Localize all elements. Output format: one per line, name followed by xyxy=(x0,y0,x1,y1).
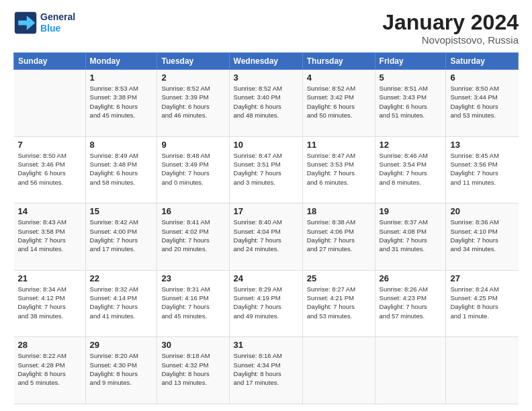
calendar-table: SundayMondayTuesdayWednesdayThursdayFrid… xyxy=(13,52,519,404)
day-number: 21 xyxy=(18,273,81,283)
day-info: Sunrise: 8:45 AM Sunset: 3:56 PM Dayligh… xyxy=(450,151,514,187)
day-info: Sunrise: 8:52 AM Sunset: 3:39 PM Dayligh… xyxy=(161,84,224,120)
day-number: 22 xyxy=(90,273,153,283)
day-number: 11 xyxy=(307,140,371,150)
day-number: 4 xyxy=(307,73,371,83)
week-row-4: 21Sunrise: 8:34 AM Sunset: 4:12 PM Dayli… xyxy=(14,270,519,337)
day-cell: 11Sunrise: 8:47 AM Sunset: 3:53 PM Dayli… xyxy=(302,136,375,203)
logo-icon xyxy=(13,11,38,35)
day-info: Sunrise: 8:51 AM Sunset: 3:43 PM Dayligh… xyxy=(380,84,442,120)
day-cell: 13Sunrise: 8:45 AM Sunset: 3:56 PM Dayli… xyxy=(446,136,519,203)
day-number: 25 xyxy=(307,273,371,283)
day-info: Sunrise: 8:49 AM Sunset: 3:48 PM Dayligh… xyxy=(90,151,153,187)
day-info: Sunrise: 8:48 AM Sunset: 3:49 PM Dayligh… xyxy=(161,151,224,187)
day-cell: 28Sunrise: 8:22 AM Sunset: 4:28 PM Dayli… xyxy=(14,337,86,404)
logo: General Blue xyxy=(13,11,75,35)
day-info: Sunrise: 8:41 AM Sunset: 4:02 PM Dayligh… xyxy=(161,218,224,253)
day-info: Sunrise: 8:46 AM Sunset: 3:54 PM Dayligh… xyxy=(380,151,442,187)
day-info: Sunrise: 8:47 AM Sunset: 3:53 PM Dayligh… xyxy=(307,151,371,187)
day-info: Sunrise: 8:20 AM Sunset: 4:30 PM Dayligh… xyxy=(90,351,153,387)
week-row-3: 14Sunrise: 8:43 AM Sunset: 3:58 PM Dayli… xyxy=(14,203,519,271)
day-number: 12 xyxy=(380,140,442,150)
day-info: Sunrise: 8:32 AM Sunset: 4:14 PM Dayligh… xyxy=(90,285,153,320)
day-info: Sunrise: 8:50 AM Sunset: 3:44 PM Dayligh… xyxy=(450,84,514,120)
day-cell: 19Sunrise: 8:37 AM Sunset: 4:08 PM Dayli… xyxy=(375,203,446,271)
day-cell: 22Sunrise: 8:32 AM Sunset: 4:14 PM Dayli… xyxy=(85,270,157,337)
day-cell: 27Sunrise: 8:24 AM Sunset: 4:25 PM Dayli… xyxy=(446,270,519,337)
col-header-thursday: Thursday xyxy=(302,53,375,70)
day-info: Sunrise: 8:36 AM Sunset: 4:10 PM Dayligh… xyxy=(450,218,514,253)
day-info: Sunrise: 8:40 AM Sunset: 4:04 PM Dayligh… xyxy=(234,218,298,253)
logo-text: General Blue xyxy=(40,11,75,34)
day-cell: 20Sunrise: 8:36 AM Sunset: 4:10 PM Dayli… xyxy=(446,203,519,271)
day-info: Sunrise: 8:26 AM Sunset: 4:23 PM Dayligh… xyxy=(380,285,442,320)
day-info: Sunrise: 8:16 AM Sunset: 4:34 PM Dayligh… xyxy=(234,351,298,387)
day-cell xyxy=(375,337,446,404)
day-info: Sunrise: 8:50 AM Sunset: 3:46 PM Dayligh… xyxy=(18,151,81,187)
day-number: 28 xyxy=(18,340,81,350)
day-info: Sunrise: 8:24 AM Sunset: 4:25 PM Dayligh… xyxy=(450,285,514,320)
day-info: Sunrise: 8:34 AM Sunset: 4:12 PM Dayligh… xyxy=(18,285,81,320)
day-number: 7 xyxy=(18,140,81,150)
day-number: 1 xyxy=(90,73,153,83)
day-cell: 7Sunrise: 8:50 AM Sunset: 3:46 PM Daylig… xyxy=(14,136,86,203)
col-header-sunday: Sunday xyxy=(14,53,86,70)
week-row-5: 28Sunrise: 8:22 AM Sunset: 4:28 PM Dayli… xyxy=(14,337,519,404)
col-header-friday: Friday xyxy=(375,53,446,70)
day-info: Sunrise: 8:22 AM Sunset: 4:28 PM Dayligh… xyxy=(18,351,81,387)
day-number: 24 xyxy=(234,273,298,283)
header-row: SundayMondayTuesdayWednesdayThursdayFrid… xyxy=(14,53,519,70)
col-header-wednesday: Wednesday xyxy=(229,53,302,70)
week-row-1: 1Sunrise: 8:53 AM Sunset: 3:38 PM Daylig… xyxy=(14,70,519,137)
day-number: 27 xyxy=(450,273,514,283)
day-number: 9 xyxy=(161,140,224,150)
day-cell: 15Sunrise: 8:42 AM Sunset: 4:00 PM Dayli… xyxy=(85,203,157,271)
day-number: 15 xyxy=(90,206,153,216)
day-cell: 29Sunrise: 8:20 AM Sunset: 4:30 PM Dayli… xyxy=(85,337,157,404)
day-number: 19 xyxy=(380,206,442,216)
day-info: Sunrise: 8:18 AM Sunset: 4:32 PM Dayligh… xyxy=(161,351,224,387)
week-row-2: 7Sunrise: 8:50 AM Sunset: 3:46 PM Daylig… xyxy=(14,136,519,203)
day-number: 29 xyxy=(90,340,153,350)
title-block: January 2024 Novopistsovo, Russia xyxy=(382,11,519,46)
day-info: Sunrise: 8:43 AM Sunset: 3:58 PM Dayligh… xyxy=(18,218,81,253)
col-header-tuesday: Tuesday xyxy=(157,53,229,70)
day-number: 6 xyxy=(450,73,514,83)
day-number: 17 xyxy=(234,206,298,216)
day-number: 23 xyxy=(161,273,224,283)
col-header-monday: Monday xyxy=(85,53,157,70)
day-number: 13 xyxy=(450,140,514,150)
day-info: Sunrise: 8:37 AM Sunset: 4:08 PM Dayligh… xyxy=(380,218,442,253)
day-number: 14 xyxy=(18,206,81,216)
day-cell: 10Sunrise: 8:47 AM Sunset: 3:51 PM Dayli… xyxy=(229,136,302,203)
day-cell: 5Sunrise: 8:51 AM Sunset: 3:43 PM Daylig… xyxy=(375,70,446,137)
day-cell: 30Sunrise: 8:18 AM Sunset: 4:32 PM Dayli… xyxy=(157,337,229,404)
day-cell: 23Sunrise: 8:31 AM Sunset: 4:16 PM Dayli… xyxy=(157,270,229,337)
day-cell xyxy=(14,70,86,137)
day-cell: 9Sunrise: 8:48 AM Sunset: 3:49 PM Daylig… xyxy=(157,136,229,203)
day-info: Sunrise: 8:38 AM Sunset: 4:06 PM Dayligh… xyxy=(307,218,371,253)
day-cell: 17Sunrise: 8:40 AM Sunset: 4:04 PM Dayli… xyxy=(229,203,302,271)
day-cell: 31Sunrise: 8:16 AM Sunset: 4:34 PM Dayli… xyxy=(229,337,302,404)
day-number: 2 xyxy=(161,73,224,83)
day-info: Sunrise: 8:27 AM Sunset: 4:21 PM Dayligh… xyxy=(307,285,371,320)
day-info: Sunrise: 8:42 AM Sunset: 4:00 PM Dayligh… xyxy=(90,218,153,253)
day-info: Sunrise: 8:29 AM Sunset: 4:19 PM Dayligh… xyxy=(234,285,298,320)
day-info: Sunrise: 8:52 AM Sunset: 3:40 PM Dayligh… xyxy=(234,84,298,120)
day-number: 8 xyxy=(90,140,153,150)
day-cell: 2Sunrise: 8:52 AM Sunset: 3:39 PM Daylig… xyxy=(157,70,229,137)
day-number: 20 xyxy=(450,206,514,216)
day-cell: 25Sunrise: 8:27 AM Sunset: 4:21 PM Dayli… xyxy=(302,270,375,337)
day-number: 26 xyxy=(380,273,442,283)
page: General Blue January 2024 Novopistsovo, … xyxy=(0,0,532,411)
month-title: January 2024 xyxy=(382,11,519,34)
day-cell: 16Sunrise: 8:41 AM Sunset: 4:02 PM Dayli… xyxy=(157,203,229,271)
day-cell: 12Sunrise: 8:46 AM Sunset: 3:54 PM Dayli… xyxy=(375,136,446,203)
day-number: 5 xyxy=(380,73,442,83)
day-cell: 24Sunrise: 8:29 AM Sunset: 4:19 PM Dayli… xyxy=(229,270,302,337)
day-cell: 3Sunrise: 8:52 AM Sunset: 3:40 PM Daylig… xyxy=(229,70,302,137)
col-header-saturday: Saturday xyxy=(446,53,519,70)
day-cell: 4Sunrise: 8:52 AM Sunset: 3:42 PM Daylig… xyxy=(302,70,375,137)
day-cell xyxy=(302,337,375,404)
day-info: Sunrise: 8:53 AM Sunset: 3:38 PM Dayligh… xyxy=(90,84,153,120)
